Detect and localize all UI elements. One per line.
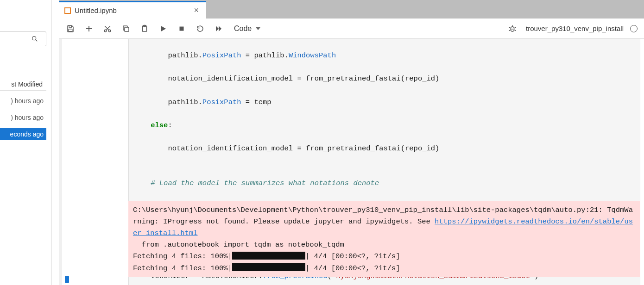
progress-text: Fetching 4 files: 100%| (133, 252, 232, 260)
svg-marker-12 (161, 26, 166, 31)
paste-button[interactable] (139, 24, 150, 34)
close-icon[interactable]: × (192, 6, 201, 15)
cell-type-dropdown[interactable]: Code (232, 23, 263, 34)
svg-line-19 (515, 27, 516, 28)
tab-title-text: Untitled.ipynb (75, 6, 117, 14)
svg-line-20 (509, 30, 511, 31)
svg-marker-15 (219, 26, 221, 31)
restart-run-all-button[interactable] (214, 24, 224, 34)
svg-line-18 (509, 27, 511, 28)
search-icon (31, 35, 38, 43)
insert-cell-button[interactable] (84, 24, 94, 34)
cell-type-select[interactable]: Code (232, 23, 263, 34)
interrupt-button[interactable] (177, 24, 187, 34)
progress-bar (232, 252, 305, 260)
vscroll-thumb[interactable] (65, 276, 69, 283)
notebook-area: pathlib.PosixPath = pathlib.WindowsPath … (59, 39, 644, 285)
progress-text: Fetching 4 files: 100%| (133, 264, 232, 273)
notebook-toolbar: Code trouver_py310_venv_pip_install (59, 19, 644, 39)
kernel-name[interactable]: trouver_py310_venv_pip_install (526, 25, 624, 32)
progress-suffix: | 4/4 [00:00<?, ?it/s] (305, 264, 400, 273)
progress-bar (232, 263, 305, 271)
file-row[interactable]: ) hours ago (0, 95, 46, 107)
svg-marker-14 (216, 26, 219, 31)
file-row-active[interactable]: econds ago (0, 128, 46, 140)
output-line: from .autonotebook import tqdm as notebo… (133, 241, 344, 249)
filter-input[interactable] (0, 31, 46, 46)
run-button[interactable] (158, 24, 168, 34)
svg-line-1 (36, 40, 37, 41)
file-row[interactable]: ) hours ago (0, 112, 46, 124)
cell-output-stderr: C:\Users\hyunj\Documents\Development\Pyt… (128, 201, 640, 277)
cut-button[interactable] (102, 24, 113, 34)
svg-rect-13 (180, 26, 184, 31)
svg-line-21 (515, 30, 516, 31)
vertical-scrollbar[interactable] (59, 39, 69, 285)
save-button[interactable] (65, 24, 76, 34)
svg-rect-2 (69, 29, 72, 31)
column-header-modified[interactable]: st Modified (0, 78, 46, 91)
debugger-button[interactable] (507, 24, 518, 34)
notebook-icon (64, 7, 71, 14)
copy-button[interactable] (121, 24, 131, 34)
tab-bar: Untitled.ipynb × (59, 0, 644, 19)
file-browser-panel: st Modified ) hours ago ) hours ago econ… (0, 0, 52, 285)
svg-rect-9 (125, 27, 129, 31)
kernel-status-icon (630, 25, 638, 32)
notebook-tab[interactable]: Untitled.ipynb × (59, 1, 206, 19)
svg-point-0 (32, 37, 36, 40)
progress-suffix: | 4/4 [00:00<?, ?it/s] (305, 252, 400, 260)
restart-button[interactable] (195, 24, 205, 34)
